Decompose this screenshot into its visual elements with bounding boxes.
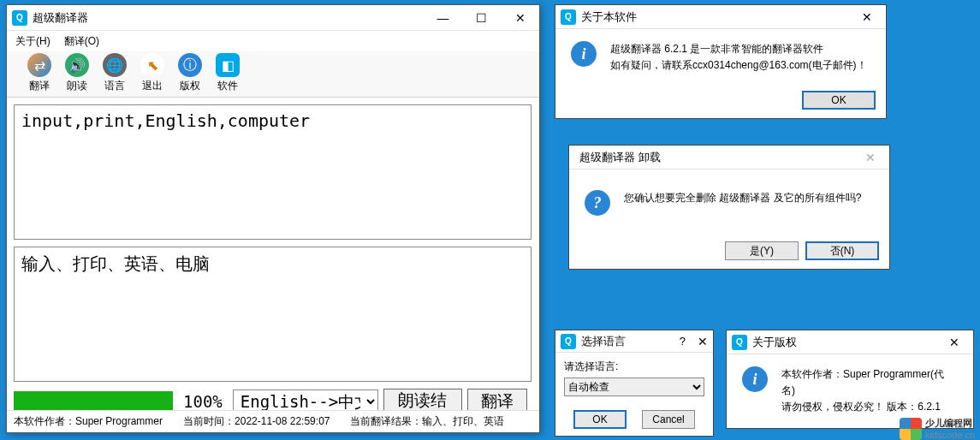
about-line2: 如有疑问，请联系ccx0314cheng@163.com(电子邮件)！ [610,57,867,74]
app-icon [12,10,27,26]
lang-ok-button[interactable]: OK [573,410,627,429]
lang-label: 请选择语言: [564,360,704,374]
info-icon: i [742,366,768,392]
status-result: 当前翻译结果：输入、打印、英语 [350,414,504,429]
main-window: 超级翻译器 — ☐ ✕ 关于(H) 翻译(O) ⇄翻译🔊朗读🌐语言⬉退出ⓘ版权◧… [6,4,540,433]
uninstall-title: 超级翻译器 卸载 [574,150,851,165]
translate-btn[interactable]: ⇄翻译 [21,53,58,97]
lang-app-icon [561,334,576,349]
read-btn[interactable]: 🔊朗读 [58,53,96,97]
status-author: 本软件作者：Super Programmer [14,414,163,429]
about-ok-button[interactable]: OK [802,91,876,110]
about-app-icon [561,9,576,25]
copyright-line2: 请勿侵权，侵权必究！ 版本：6.2.1 [781,399,958,415]
about-close-button[interactable]: ✕ [847,4,886,30]
translate-btn-label: 翻译 [29,79,50,93]
copyright-icon: ⓘ [178,53,202,77]
close-button[interactable]: ✕ [501,5,539,31]
copyright-dialog: 关于版权 ✕ i 本软件作者：Super Programmer(代名) 请勿侵权… [726,330,974,429]
uninstall-titlebar[interactable]: 超级翻译器 卸载 ✕ [569,146,889,169]
about-titlebar[interactable]: 关于本软件 ✕ [555,5,886,29]
sound-icon: 🔊 [65,53,89,77]
read-btn-label: 朗读 [67,79,87,93]
uninstall-close-button[interactable]: ✕ [851,145,889,170]
uninstall-dialog: 超级翻译器 卸载 ✕ ? 您确认想要完全删除 超级翻译器 及它的所有组件吗? 是… [568,145,890,270]
watermark-domain: kidscode.cn [925,430,975,440]
lang-cancel-button[interactable]: Cancel [642,410,695,429]
maximize-button[interactable]: ☐ [462,5,501,31]
question-icon: ? [585,190,610,216]
menu-help[interactable]: 关于(H) [15,34,50,49]
copyright-title: 关于版权 [752,335,935,350]
copyright-line1: 本软件作者：Super Programmer(代名) [781,366,958,399]
about-line1: 超级翻译器 6.2.1 是一款非常智能的翻译器软件 [610,41,867,57]
copyright-btn[interactable]: ⓘ版权 [171,53,209,97]
software-btn[interactable]: ◧软件 [209,53,246,97]
uninstall-no-button[interactable]: 否(N) [805,241,879,260]
statusbar: 本软件作者：Super Programmer 当前时间：2022-11-08 2… [7,410,539,432]
copyright-titlebar[interactable]: 关于版权 ✕ [727,330,973,354]
uninstall-yes-button[interactable]: 是(Y) [725,241,799,260]
uninstall-message: 您确认想要完全删除 超级翻译器 及它的所有组件吗? [624,190,861,206]
exit-icon: ⬉ [140,53,164,77]
status-time: 当前时间：2022-11-08 22:59:07 [183,414,330,429]
lang-title: 选择语言 [581,334,680,349]
language-btn[interactable]: 🌐语言 [96,53,134,97]
about-title: 关于本软件 [581,9,847,25]
progress-percent: 100% [183,392,223,411]
input-textarea[interactable]: input,print,English,computer [14,104,532,240]
help-icon[interactable]: ? [680,335,686,348]
output-textarea[interactable]: 输入、打印、英语、电脑 [14,247,532,382]
menu-translate[interactable]: 翻译(O) [64,34,99,49]
software-icon: ◧ [216,53,240,77]
lang-close-button[interactable]: ✕ [692,331,713,352]
globe-icon: 🌐 [103,53,127,77]
minimize-button[interactable]: — [424,5,462,31]
watermark-brand: 少儿编程网 [925,417,975,430]
app-title: 超级翻译器 [33,10,424,26]
progress-bar [14,391,173,412]
lang-titlebar[interactable]: 选择语言 ? ✕ [555,330,713,353]
translate-icon: ⇄ [27,53,51,77]
exit-btn[interactable]: ⬉退出 [134,53,171,97]
main-titlebar[interactable]: 超级翻译器 — ☐ ✕ [7,5,539,31]
language-btn-label: 语言 [104,79,125,93]
software-btn-label: 软件 [217,79,238,93]
info-icon: i [571,41,597,67]
copyright-app-icon [732,335,747,350]
copyright-close-button[interactable]: ✕ [935,330,973,355]
language-select[interactable]: 自动检查 [564,378,704,396]
menubar: 关于(H) 翻译(O) [7,31,539,51]
language-dialog: 选择语言 ? ✕ 请选择语言: 自动检查 OK Cancel [555,330,714,437]
watermark-logo-icon [900,418,922,440]
copyright-btn-label: 版权 [180,79,200,93]
watermark: 少儿编程网 kidscode.cn [900,417,975,440]
exit-btn-label: 退出 [142,79,163,93]
toolbar: ⇄翻译🔊朗读🌐语言⬉退出ⓘ版权◧软件 [7,51,539,98]
about-dialog: 关于本软件 ✕ i 超级翻译器 6.2.1 是一款非常智能的翻译器软件 如有疑问… [555,4,887,119]
